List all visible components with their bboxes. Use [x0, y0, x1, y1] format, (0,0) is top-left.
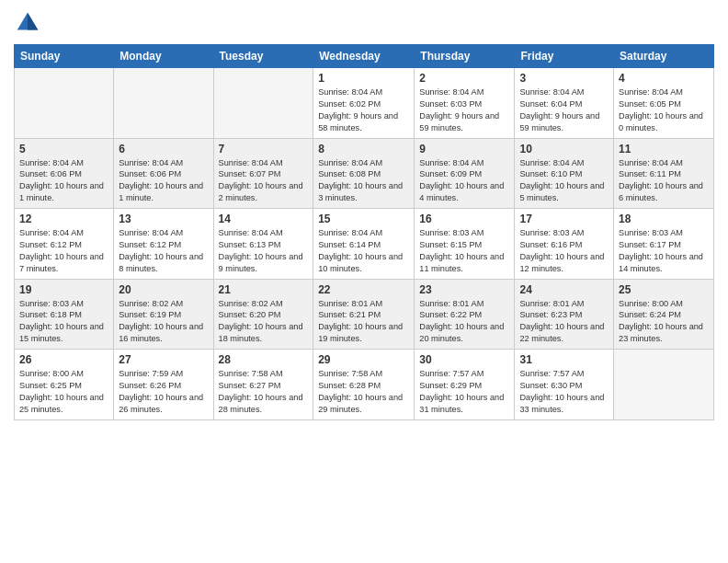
- day-info: Sunrise: 8:04 AMSunset: 6:12 PMDaylight:…: [119, 227, 208, 275]
- day-info: Sunrise: 8:04 AMSunset: 6:04 PMDaylight:…: [519, 86, 609, 134]
- week-row-2: 5Sunrise: 8:04 AMSunset: 6:06 PMDaylight…: [15, 138, 714, 209]
- day-number: 22: [318, 283, 409, 296]
- day-number: 18: [619, 213, 709, 225]
- logo-icon: [14, 9, 41, 37]
- day-number: 4: [619, 72, 709, 85]
- day-info: Sunrise: 8:04 AMSunset: 6:14 PMDaylight:…: [318, 227, 409, 275]
- day-number: 12: [19, 213, 108, 225]
- day-number: 31: [519, 353, 609, 366]
- day-number: 26: [19, 353, 108, 366]
- calendar-cell: 15Sunrise: 8:04 AMSunset: 6:14 PMDayligh…: [313, 209, 415, 280]
- calendar-cell: 20Sunrise: 8:02 AMSunset: 6:19 PMDayligh…: [114, 279, 213, 350]
- calendar-cell: [15, 68, 114, 139]
- day-number: 6: [119, 143, 208, 155]
- logo: [14, 9, 45, 37]
- calendar-cell: 3Sunrise: 8:04 AMSunset: 6:04 PMDaylight…: [515, 68, 614, 139]
- calendar-cell: 6Sunrise: 8:04 AMSunset: 6:06 PMDaylight…: [114, 138, 213, 209]
- day-info: Sunrise: 8:04 AMSunset: 6:08 PMDaylight:…: [318, 157, 409, 205]
- header-sunday: Sunday: [15, 45, 114, 68]
- day-info: Sunrise: 8:04 AMSunset: 6:03 PMDaylight:…: [419, 86, 509, 134]
- page: SundayMondayTuesdayWednesdayThursdayFrid…: [0, 0, 728, 563]
- calendar-header-row: SundayMondayTuesdayWednesdayThursdayFrid…: [15, 45, 714, 68]
- day-number: 24: [519, 283, 609, 296]
- day-number: 20: [119, 283, 208, 296]
- day-number: 23: [419, 283, 509, 296]
- day-number: 7: [219, 143, 309, 155]
- day-info: Sunrise: 8:01 AMSunset: 6:21 PMDaylight:…: [318, 298, 409, 346]
- day-number: 21: [219, 283, 309, 296]
- calendar-cell: [114, 68, 213, 139]
- day-number: 10: [519, 143, 609, 155]
- calendar-cell: 8Sunrise: 8:04 AMSunset: 6:08 PMDaylight…: [313, 138, 415, 209]
- day-number: 9: [419, 143, 509, 155]
- header: [14, 9, 714, 37]
- day-info: Sunrise: 8:03 AMSunset: 6:18 PMDaylight:…: [19, 298, 108, 346]
- day-info: Sunrise: 8:04 AMSunset: 6:06 PMDaylight:…: [119, 157, 208, 205]
- day-info: Sunrise: 8:04 AMSunset: 6:12 PMDaylight:…: [19, 227, 108, 275]
- day-info: Sunrise: 8:03 AMSunset: 6:16 PMDaylight:…: [519, 227, 609, 275]
- day-info: Sunrise: 8:04 AMSunset: 6:10 PMDaylight:…: [519, 157, 609, 205]
- calendar-cell: 29Sunrise: 7:58 AMSunset: 6:28 PMDayligh…: [313, 350, 415, 420]
- day-info: Sunrise: 8:02 AMSunset: 6:19 PMDaylight:…: [119, 298, 208, 346]
- header-friday: Friday: [515, 45, 614, 68]
- calendar-cell: 28Sunrise: 7:58 AMSunset: 6:27 PMDayligh…: [213, 350, 313, 420]
- day-number: 28: [219, 353, 309, 366]
- calendar-cell: 24Sunrise: 8:01 AMSunset: 6:23 PMDayligh…: [515, 279, 614, 350]
- calendar-cell: 14Sunrise: 8:04 AMSunset: 6:13 PMDayligh…: [213, 209, 313, 280]
- day-number: 19: [19, 283, 108, 296]
- day-info: Sunrise: 8:04 AMSunset: 6:13 PMDaylight:…: [219, 227, 309, 275]
- day-number: 11: [619, 143, 709, 155]
- day-number: 29: [318, 353, 409, 366]
- week-row-4: 19Sunrise: 8:03 AMSunset: 6:18 PMDayligh…: [15, 279, 714, 350]
- day-info: Sunrise: 7:57 AMSunset: 6:29 PMDaylight:…: [419, 368, 509, 416]
- day-number: 16: [419, 213, 509, 225]
- calendar-cell: [213, 68, 313, 139]
- day-info: Sunrise: 8:04 AMSunset: 6:05 PMDaylight:…: [619, 86, 709, 134]
- day-number: 25: [619, 283, 709, 296]
- calendar-cell: 5Sunrise: 8:04 AMSunset: 6:06 PMDaylight…: [15, 138, 114, 209]
- calendar-cell: 12Sunrise: 8:04 AMSunset: 6:12 PMDayligh…: [15, 209, 114, 280]
- day-info: Sunrise: 8:00 AMSunset: 6:24 PMDaylight:…: [619, 298, 709, 346]
- day-info: Sunrise: 8:04 AMSunset: 6:07 PMDaylight:…: [219, 157, 309, 205]
- day-info: Sunrise: 8:04 AMSunset: 6:11 PMDaylight:…: [619, 157, 709, 205]
- header-thursday: Thursday: [415, 45, 515, 68]
- day-info: Sunrise: 8:02 AMSunset: 6:20 PMDaylight:…: [219, 298, 309, 346]
- header-saturday: Saturday: [614, 45, 714, 68]
- header-monday: Monday: [114, 45, 213, 68]
- day-info: Sunrise: 8:04 AMSunset: 6:02 PMDaylight:…: [318, 86, 409, 134]
- day-info: Sunrise: 8:03 AMSunset: 6:15 PMDaylight:…: [419, 227, 509, 275]
- calendar-cell: 19Sunrise: 8:03 AMSunset: 6:18 PMDayligh…: [15, 279, 114, 350]
- day-info: Sunrise: 8:01 AMSunset: 6:22 PMDaylight:…: [419, 298, 509, 346]
- day-info: Sunrise: 8:04 AMSunset: 6:09 PMDaylight:…: [419, 157, 509, 205]
- calendar-cell: 23Sunrise: 8:01 AMSunset: 6:22 PMDayligh…: [415, 279, 515, 350]
- week-row-1: 1Sunrise: 8:04 AMSunset: 6:02 PMDaylight…: [15, 68, 714, 139]
- calendar-cell: 27Sunrise: 7:59 AMSunset: 6:26 PMDayligh…: [114, 350, 213, 420]
- calendar-cell: 18Sunrise: 8:03 AMSunset: 6:17 PMDayligh…: [614, 209, 714, 280]
- day-info: Sunrise: 8:04 AMSunset: 6:06 PMDaylight:…: [19, 157, 108, 205]
- day-info: Sunrise: 8:00 AMSunset: 6:25 PMDaylight:…: [19, 368, 108, 416]
- calendar-cell: 10Sunrise: 8:04 AMSunset: 6:10 PMDayligh…: [515, 138, 614, 209]
- calendar-cell: 26Sunrise: 8:00 AMSunset: 6:25 PMDayligh…: [15, 350, 114, 420]
- week-row-5: 26Sunrise: 8:00 AMSunset: 6:25 PMDayligh…: [15, 350, 714, 420]
- calendar-cell: 9Sunrise: 8:04 AMSunset: 6:09 PMDaylight…: [415, 138, 515, 209]
- calendar-cell: 13Sunrise: 8:04 AMSunset: 6:12 PMDayligh…: [114, 209, 213, 280]
- day-number: 30: [419, 353, 509, 366]
- calendar-cell: 7Sunrise: 8:04 AMSunset: 6:07 PMDaylight…: [213, 138, 313, 209]
- calendar-cell: 1Sunrise: 8:04 AMSunset: 6:02 PMDaylight…: [313, 68, 415, 139]
- svg-marker-1: [28, 13, 38, 30]
- day-info: Sunrise: 7:58 AMSunset: 6:28 PMDaylight:…: [318, 368, 409, 416]
- calendar-cell: 2Sunrise: 8:04 AMSunset: 6:03 PMDaylight…: [415, 68, 515, 139]
- day-number: 2: [419, 72, 509, 85]
- header-wednesday: Wednesday: [313, 45, 415, 68]
- calendar-cell: 25Sunrise: 8:00 AMSunset: 6:24 PMDayligh…: [614, 279, 714, 350]
- calendar-cell: 30Sunrise: 7:57 AMSunset: 6:29 PMDayligh…: [415, 350, 515, 420]
- day-number: 1: [318, 72, 409, 85]
- calendar-cell: [614, 350, 714, 420]
- calendar-cell: 4Sunrise: 8:04 AMSunset: 6:05 PMDaylight…: [614, 68, 714, 139]
- day-info: Sunrise: 7:59 AMSunset: 6:26 PMDaylight:…: [119, 368, 208, 416]
- day-info: Sunrise: 8:03 AMSunset: 6:17 PMDaylight:…: [619, 227, 709, 275]
- calendar-cell: 16Sunrise: 8:03 AMSunset: 6:15 PMDayligh…: [415, 209, 515, 280]
- day-number: 15: [318, 213, 409, 225]
- day-info: Sunrise: 7:57 AMSunset: 6:30 PMDaylight:…: [519, 368, 609, 416]
- week-row-3: 12Sunrise: 8:04 AMSunset: 6:12 PMDayligh…: [15, 209, 714, 280]
